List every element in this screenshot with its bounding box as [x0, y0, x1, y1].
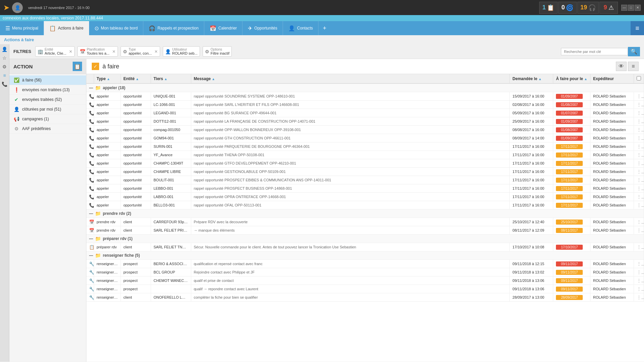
tab-opportunites[interactable]: ✈ Opportunités	[242, 21, 283, 35]
group-collapse-icon[interactable]: —	[89, 211, 93, 216]
tab-menu-principal[interactable]: ☰ Menu principal	[0, 21, 44, 35]
table-row[interactable]: 🔧 renseigner fiche prospect qualif → rep…	[86, 285, 644, 293]
table-row[interactable]: 🔧 renseigner fiche prospect BCL GROUP Re…	[86, 268, 644, 277]
col-date[interactable]: Demandée le ▲	[510, 74, 553, 83]
close-button[interactable]: ✕	[635, 5, 641, 11]
badge-tasks[interactable]: 1 📋	[539, 2, 558, 14]
row-check[interactable]: ⋮	[634, 109, 644, 117]
table-row[interactable]: 🔧 renseigner fiche client ONOFERELLO LOR…	[86, 293, 644, 302]
row-check[interactable]: ⋮	[634, 201, 644, 209]
row-action-dots[interactable]: ⋮	[637, 94, 644, 99]
table-row[interactable]: 📋 préparer rdv client SARL FELIET TNERO …	[86, 243, 644, 251]
filter-entity-close[interactable]: ✕	[69, 49, 72, 54]
action-item-3[interactable]: 👤 clôturées par moi (51)	[9, 105, 86, 114]
row-action-dots[interactable]: ⋮	[637, 169, 644, 174]
view-toggle-button[interactable]: 👁	[616, 62, 627, 71]
action-item-5[interactable]: ⚙ AAF prédéfinies	[9, 124, 86, 134]
filter-entity[interactable]: 🏢 Entité Article, Clie... ✕	[35, 46, 75, 57]
row-action-dots[interactable]: ⋮	[637, 269, 644, 275]
tab-calendrier[interactable]: 📅 Calendrier	[204, 21, 242, 35]
row-action-dots[interactable]: ⋮	[637, 202, 644, 208]
row-check[interactable]: ⋮	[634, 117, 644, 126]
table-row[interactable]: 📞 ⏸ appeler opportunité GOM94-001 rappel…	[86, 134, 644, 142]
row-action-dots[interactable]: ⋮	[637, 186, 644, 191]
row-check[interactable]: ⋮	[634, 151, 644, 159]
col-faire[interactable]: À faire pour le ▲	[553, 74, 590, 83]
row-check[interactable]: ⋮	[634, 101, 644, 109]
row-check[interactable]: ⋮	[634, 260, 644, 268]
left-icon-phone[interactable]: 📞	[1, 80, 8, 88]
row-action-dots[interactable]: ⋮	[637, 219, 644, 225]
row-check[interactable]: ⋮	[634, 226, 644, 235]
row-check[interactable]: ⋮	[634, 126, 644, 134]
maximize-button[interactable]: □	[628, 5, 634, 11]
search-input[interactable]	[561, 48, 628, 55]
row-check[interactable]: ⋮	[634, 176, 644, 184]
table-row[interactable]: 📞 ⏸ appeler opportunité BELLO3-001 rappe…	[86, 201, 644, 209]
filter-planning-close[interactable]: ✕	[112, 49, 116, 54]
row-action-dots[interactable]: ⋮	[637, 144, 644, 149]
left-icon-filter[interactable]: ≡	[1, 72, 8, 79]
action-item-2[interactable]: ✔ envoyées traitées (52)	[9, 95, 86, 105]
group-row[interactable]: — 📁 appeler (18)	[86, 83, 644, 92]
row-action-dots[interactable]: ⋮	[637, 102, 644, 107]
row-action-dots[interactable]: ⋮	[637, 286, 644, 292]
select-all-checkbox[interactable]	[637, 76, 641, 80]
group-row[interactable]: — 📁 renseigner fiche (5)	[86, 251, 644, 260]
filter-options[interactable]: ⚙ Options Filtre inactif	[203, 46, 232, 57]
badge-calls[interactable]: 19 🎧	[577, 2, 599, 14]
table-row[interactable]: 📞 ⏸ appeler opportunité CHAMPC-13049T ra…	[86, 159, 644, 168]
table-row[interactable]: 📞 ⏸ appeler opportunité LC-1066-001 rapp…	[86, 101, 644, 109]
tab-rappels[interactable]: 🎧 Rappels et prospection	[143, 21, 204, 35]
table-row[interactable]: 📞 ⏸ appeler opportunité YF_Avance rappel…	[86, 151, 644, 159]
minimize-button[interactable]: —	[621, 5, 627, 11]
table-row[interactable]: 📞 ⏸ appeler opportunité UNIQUE-001 rappe…	[86, 92, 644, 101]
table-row[interactable]: 📞 ⏸ appeler opportunité DOTTI12-001 rapp…	[86, 117, 644, 126]
filter-user[interactable]: 👤 Utilisateur ROLARD seb...	[163, 46, 200, 57]
filter-type[interactable]: ⚙ Type appeler, con... ✕	[121, 46, 160, 57]
row-check[interactable]: ⋮	[634, 134, 644, 142]
tab-actions-faire[interactable]: 📋 Actions à faire	[44, 21, 89, 35]
badge-sync[interactable]: 0 🌀	[558, 2, 577, 14]
row-check[interactable]: ⋮	[634, 159, 644, 168]
table-container[interactable]: Type ▲ Entité ▲ Tiers ▲ Message ▲ Demand…	[86, 74, 644, 362]
tab-tableau-bord[interactable]: ⊙ Mon tableau de bord	[89, 21, 143, 35]
row-action-dots[interactable]: ⋮	[637, 119, 644, 124]
row-check[interactable]: ⋮	[634, 168, 644, 176]
group-collapse-icon[interactable]: —	[89, 236, 93, 241]
group-row[interactable]: — 📁 préparer rdv (1)	[86, 235, 644, 243]
row-check[interactable]: ⋮	[634, 218, 644, 226]
row-check[interactable]: ⋮	[634, 184, 644, 193]
row-check[interactable]: ⋮	[634, 277, 644, 285]
table-row[interactable]: 📞 ⏸ appeler opportunité BOULIT-001 rappe…	[86, 176, 644, 184]
row-action-dots[interactable]: ⋮	[637, 194, 644, 199]
row-action-dots[interactable]: ⋮	[637, 127, 644, 132]
nav-menu-button[interactable]: ≡	[631, 21, 644, 35]
left-icon-user[interactable]: 👤	[1, 46, 8, 53]
table-row[interactable]: 📞 ⏸ appeler opportunité compag-001050 ra…	[86, 126, 644, 134]
row-check[interactable]: ⋮	[634, 285, 644, 293]
table-row[interactable]: 🔧 renseigner fiche prospect CHEMOT WANEC…	[86, 277, 644, 285]
table-row[interactable]: 📞 ⏸ appeler opportunité CHAMPE LIBRE rap…	[86, 168, 644, 176]
row-action-dots[interactable]: ⋮	[637, 295, 644, 300]
action-add-button[interactable]: 📋	[73, 62, 82, 71]
table-row[interactable]: 📞 ⏸ appeler opportunité LABRO-001 rappel…	[86, 193, 644, 201]
action-item-1[interactable]: ❗ envoyées non traitées (13)	[9, 85, 86, 95]
title-checkbox[interactable]: ✓	[92, 63, 99, 70]
filter-planning[interactable]: 📅 Planification Toutes les a... ✕	[77, 46, 118, 57]
row-check[interactable]: ⋮	[634, 92, 644, 101]
left-icon-star[interactable]: ☆	[1, 54, 8, 62]
badge-warnings[interactable]: 9 ⚠	[599, 2, 618, 14]
row-action-dots[interactable]: ⋮	[637, 278, 644, 283]
row-action-dots[interactable]: ⋮	[637, 244, 644, 250]
row-check[interactable]: ⋮	[634, 142, 644, 151]
table-row[interactable]: 📞 ⏸ appeler opportunité SURIN-001 rappel…	[86, 142, 644, 151]
table-row[interactable]: 📅 prendre rdv client CARREFOUR 93port Pr…	[86, 218, 644, 226]
row-check[interactable]: ⋮	[634, 243, 644, 251]
tab-contacts[interactable]: 👤 Contacts	[283, 21, 318, 35]
row-action-dots[interactable]: ⋮	[637, 161, 644, 166]
row-action-dots[interactable]: ⋮	[637, 110, 644, 116]
list-view-button[interactable]: ≡	[628, 62, 639, 71]
table-row[interactable]: 🔧 renseigner fiche prospect BERIO & ASSO…	[86, 260, 644, 268]
col-exp[interactable]: Expéditeur	[590, 74, 634, 83]
